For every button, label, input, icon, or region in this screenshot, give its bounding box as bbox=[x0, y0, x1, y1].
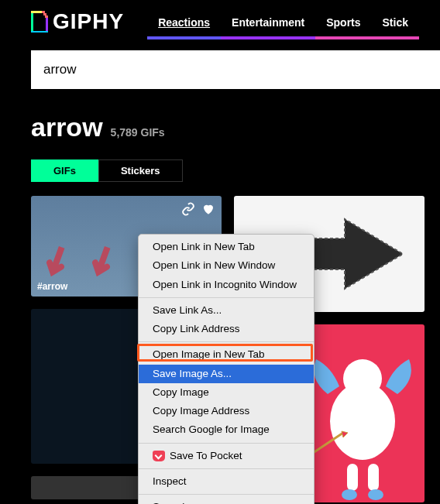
svg-rect-3 bbox=[31, 11, 42, 13]
search-input[interactable] bbox=[43, 62, 428, 77]
menu-save-image-as[interactable]: Save Image As... bbox=[139, 365, 314, 383]
header: GIPHY Reactions Entertainment Sports Sti… bbox=[0, 0, 440, 43]
nav-sports[interactable]: Sports bbox=[315, 10, 371, 39]
svg-rect-6 bbox=[45, 15, 48, 18]
search-bar bbox=[31, 50, 440, 89]
main-nav: Reactions Entertainment Sports Stick bbox=[147, 10, 419, 39]
menu-copy-image[interactable]: Copy Image bbox=[139, 383, 314, 402]
logo-text: GIPHY bbox=[53, 9, 124, 34]
svg-rect-2 bbox=[31, 31, 48, 33]
gif-tag: #arrow bbox=[37, 281, 67, 292]
svg-point-12 bbox=[368, 489, 383, 500]
tabs: GIFs Stickers bbox=[31, 159, 409, 182]
pocket-label: Save To Pocket bbox=[170, 448, 242, 464]
svg-rect-0 bbox=[31, 12, 33, 31]
menu-search-google-image[interactable]: Search Google for Image bbox=[139, 420, 314, 439]
menu-copy-image-address[interactable]: Copy Image Address bbox=[139, 402, 314, 420]
gif-count: 5,789 GIFs bbox=[111, 126, 165, 139]
cupid-illustration bbox=[304, 348, 421, 502]
menu-separator bbox=[139, 297, 314, 298]
menu-separator bbox=[139, 443, 314, 444]
svg-rect-10 bbox=[368, 464, 379, 491]
svg-point-11 bbox=[342, 489, 357, 500]
menu-open-link-new-window[interactable]: Open Link in New Window bbox=[139, 256, 314, 275]
svg-rect-9 bbox=[347, 464, 358, 491]
menu-copy-link-address[interactable]: Copy Link Address bbox=[139, 320, 314, 338]
menu-speech[interactable]: Speech bbox=[139, 498, 314, 504]
menu-separator bbox=[139, 468, 314, 469]
svg-point-8 bbox=[343, 359, 382, 398]
pocket-icon bbox=[153, 451, 165, 461]
link-icon[interactable] bbox=[181, 202, 195, 219]
menu-save-to-pocket[interactable]: Save To Pocket bbox=[139, 447, 314, 465]
tab-stickers[interactable]: Stickers bbox=[98, 159, 183, 182]
menu-open-link-new-tab[interactable]: Open Link in New Tab bbox=[139, 238, 314, 256]
svg-rect-1 bbox=[46, 17, 48, 31]
svg-rect-5 bbox=[43, 13, 46, 15]
tab-gifs[interactable]: GIFs bbox=[31, 159, 98, 182]
heart-icon[interactable] bbox=[201, 202, 215, 219]
nav-reactions[interactable]: Reactions bbox=[147, 10, 221, 39]
menu-open-link-incognito[interactable]: Open Link in Incognito Window bbox=[139, 276, 314, 294]
title-row: arrow 5,789 GIFs bbox=[31, 112, 409, 142]
context-menu: Open Link in New Tab Open Link in New Wi… bbox=[138, 234, 315, 504]
page-title: arrow bbox=[31, 112, 103, 142]
menu-separator bbox=[139, 341, 314, 342]
menu-inspect[interactable]: Inspect bbox=[139, 472, 314, 491]
logo[interactable]: GIPHY bbox=[31, 9, 124, 34]
nav-entertainment[interactable]: Entertainment bbox=[221, 10, 315, 39]
menu-open-image-new-tab[interactable]: Open Image in New Tab bbox=[139, 345, 314, 364]
menu-save-link-as[interactable]: Save Link As... bbox=[139, 301, 314, 320]
svg-rect-4 bbox=[42, 11, 45, 13]
nav-stickers[interactable]: Stick bbox=[372, 10, 419, 39]
giphy-logo-icon bbox=[31, 11, 48, 33]
menu-separator bbox=[139, 494, 314, 495]
